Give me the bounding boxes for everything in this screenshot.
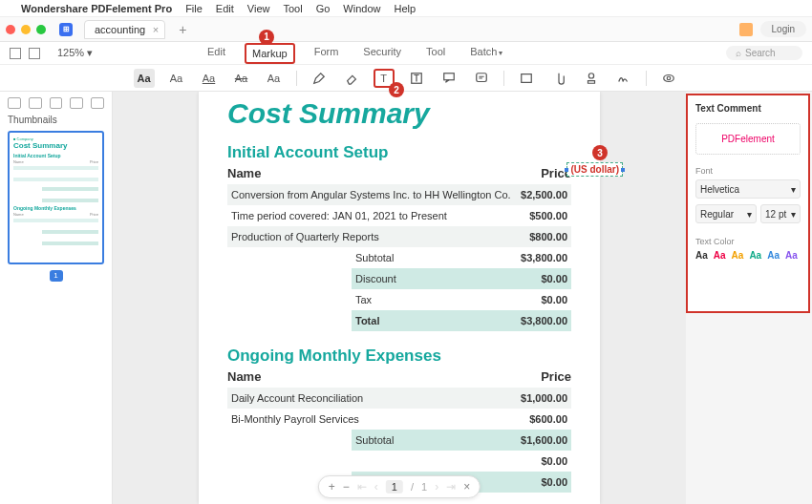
eraser-icon[interactable] xyxy=(341,69,362,88)
color-swatch[interactable]: Aa xyxy=(714,250,726,262)
app-name: Wondershare PDFelement Pro xyxy=(21,3,172,14)
tab-form[interactable]: Form xyxy=(309,43,345,64)
traffic-lights xyxy=(6,25,46,34)
document-viewport[interactable]: Cost Summary Initial Account Setup Name … xyxy=(113,92,686,504)
separator xyxy=(503,71,504,86)
main-area: Thumbnails ■ Company Cost Summary Initia… xyxy=(0,92,812,504)
gift-icon[interactable] xyxy=(739,23,753,36)
close-tab-icon[interactable]: × xyxy=(153,24,159,35)
thumbnails-tools xyxy=(8,97,104,109)
prev-page-icon[interactable]: ‹ xyxy=(374,480,378,494)
table-row: Bi-Monthly Payroll Services$600.00 xyxy=(227,409,571,430)
font-label: Font xyxy=(695,166,801,176)
page-title: Cost Summary xyxy=(227,97,571,130)
total-pages: 1 xyxy=(421,481,427,493)
properties-panel: Text Comment PDFelement Font Helvetica▾ … xyxy=(686,94,810,313)
close-nav-icon[interactable]: × xyxy=(463,480,470,494)
hide-annotations-icon[interactable] xyxy=(658,69,679,88)
minimize-window-icon[interactable] xyxy=(21,25,31,34)
text-box-icon[interactable] xyxy=(406,69,427,88)
main-toolbar: 125% ▾ Edit Markup Form Security Tool Ba… xyxy=(0,42,812,65)
tab-edit[interactable]: Edit xyxy=(202,43,231,64)
tab-markup[interactable]: Markup xyxy=(245,43,295,64)
zoom-out-icon[interactable]: − xyxy=(343,480,350,494)
table-row: Conversion from Angular Systems Inc. to … xyxy=(227,184,571,205)
menu-view[interactable]: View xyxy=(247,3,270,14)
subtotal-table: Subtotal$3,800.00 Discount$0.00 Tax$0.00… xyxy=(352,247,571,331)
thumb-link-icon[interactable] xyxy=(91,97,104,109)
signature-icon[interactable] xyxy=(613,69,634,88)
search-box[interactable]: ⌕ Search xyxy=(726,46,802,60)
tab-security[interactable]: Security xyxy=(357,43,407,64)
table-header: Name Price (US dollar) 3 xyxy=(227,166,571,180)
pencil-icon[interactable] xyxy=(309,69,330,88)
shape-rect-icon[interactable] xyxy=(516,69,537,88)
fullscreen-window-icon[interactable] xyxy=(36,25,46,34)
title-bar: ⊞ accounting × + Login xyxy=(0,17,812,42)
chevron-down-icon: ▾ xyxy=(791,184,796,195)
thumb-page-icon[interactable] xyxy=(8,97,21,109)
text-style-a-icon[interactable]: Aa xyxy=(166,69,187,88)
menu-go[interactable]: Go xyxy=(316,3,331,14)
menu-edit[interactable]: Edit xyxy=(216,3,234,14)
svg-rect-1 xyxy=(443,73,454,79)
last-page-icon[interactable]: ⇥ xyxy=(446,480,456,494)
tab-tool[interactable]: Tool xyxy=(420,43,451,64)
thumb-attach-icon[interactable] xyxy=(70,97,83,109)
separator xyxy=(296,71,297,86)
grid-view-icon[interactable] xyxy=(29,48,40,59)
squiggly-icon[interactable]: Aa xyxy=(264,69,285,88)
current-page-input[interactable]: 1 xyxy=(386,480,403,494)
thumbnail-page-number: 1 xyxy=(50,270,63,282)
color-swatch[interactable]: Aa xyxy=(732,250,744,262)
highlight-tool-icon[interactable]: Aa xyxy=(134,69,155,88)
close-window-icon[interactable] xyxy=(6,25,15,34)
login-button[interactable]: Login xyxy=(760,21,806,37)
color-swatches: Aa Aa Aa Aa Aa Aa xyxy=(695,250,801,262)
attachment-icon[interactable] xyxy=(548,69,569,88)
font-weight-select[interactable]: Regular▾ xyxy=(695,204,757,223)
thumbnails-panel: Thumbnails ■ Company Cost Summary Initia… xyxy=(0,92,113,504)
text-comment-annotation[interactable]: (US dollar) xyxy=(566,162,623,177)
col-name: Name xyxy=(227,369,261,384)
tab-batch[interactable]: Batch xyxy=(464,43,508,64)
document-tab[interactable]: accounting × xyxy=(84,20,165,39)
strikethrough-icon[interactable]: Aa xyxy=(231,69,252,88)
text-preview: PDFelement xyxy=(695,123,801,155)
stamp-icon[interactable] xyxy=(581,69,602,88)
zoom-in-icon[interactable]: + xyxy=(329,480,335,494)
svg-rect-2 xyxy=(476,73,486,81)
svg-point-4 xyxy=(588,73,593,77)
menu-window[interactable]: Window xyxy=(343,3,380,14)
menu-help[interactable]: Help xyxy=(394,3,416,14)
table-row: Daily Account Reconciliation$1,000.00 xyxy=(227,388,571,409)
color-swatch[interactable]: Aa xyxy=(785,250,798,262)
note-icon[interactable] xyxy=(471,69,492,88)
document-tab-label: accounting xyxy=(95,24,145,35)
thumbnails-title: Thumbnails xyxy=(8,115,104,125)
menu-tool[interactable]: Tool xyxy=(283,3,302,14)
font-family-select[interactable]: Helvetica▾ xyxy=(695,179,801,199)
app-logo-icon: ⊞ xyxy=(59,23,73,36)
callout-badge-1: 1 xyxy=(259,30,274,45)
text-color-label: Text Color xyxy=(695,237,801,246)
color-swatch[interactable]: Aa xyxy=(749,250,761,262)
table-row: Time period covered: JAN 01, 2021 to Pre… xyxy=(227,205,571,226)
new-tab-button[interactable]: + xyxy=(179,22,186,37)
table-row: Production of Quarterly Reports$800.00 xyxy=(227,226,571,247)
color-swatch[interactable]: Aa xyxy=(695,250,708,262)
color-swatch[interactable]: Aa xyxy=(767,250,780,262)
callout-badge-2: 2 xyxy=(389,82,404,97)
zoom-level[interactable]: 125% ▾ xyxy=(57,47,93,59)
menu-file[interactable]: File xyxy=(185,3,203,14)
underline-icon[interactable]: Aa xyxy=(199,69,220,88)
callout-icon[interactable] xyxy=(438,69,459,88)
thumb-bookmark-icon[interactable] xyxy=(29,97,42,109)
font-size-select[interactable]: 12 pt▾ xyxy=(760,204,801,223)
panel-toggle-icon[interactable] xyxy=(10,48,21,59)
page-thumbnail[interactable]: ■ Company Cost Summary Initial Account S… xyxy=(8,131,104,264)
first-page-icon[interactable]: ⇤ xyxy=(357,480,367,494)
next-page-icon[interactable]: › xyxy=(435,480,438,494)
document-page: Cost Summary Initial Account Setup Name … xyxy=(199,92,600,504)
thumb-comment-icon[interactable] xyxy=(50,97,63,109)
